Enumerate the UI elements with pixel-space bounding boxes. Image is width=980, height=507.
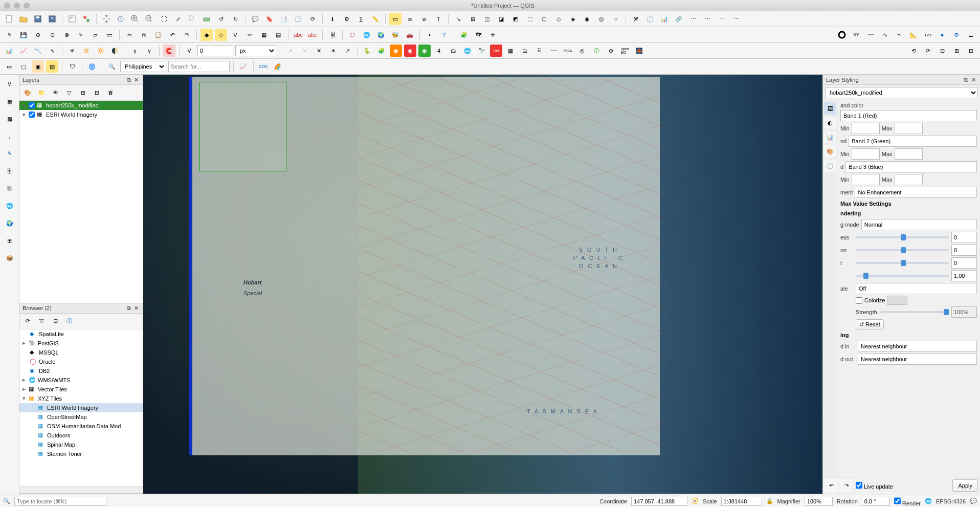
pan-button[interactable] [100,13,113,25]
plg2-icon[interactable]: 🗺 [472,29,484,41]
dig1-icon[interactable]: ◆ [201,29,213,41]
temporal-button[interactable]: 🕑 [292,13,304,25]
pca-icon[interactable]: PCA [562,45,574,57]
topo3-button[interactable]: ◩ [509,13,522,25]
render-checkbox[interactable] [894,496,901,505]
map-tips-button[interactable]: 💬 [249,13,261,25]
target-icon[interactable]: ⊕ [605,45,617,57]
browser-refresh-icon[interactable]: ⟳ [21,315,34,327]
geom1-icon[interactable]: ⟋ [284,45,296,57]
browser-tree[interactable]: ◆SpatiaLite ▸🐘PostGIS ◆MSSQL ◯Oracle ◉DB… [19,329,143,486]
undo-icon[interactable]: ↶ [166,29,179,41]
browser-item-esri[interactable]: ▦ESRI World Imagery [19,403,143,412]
hex-icon[interactable]: ⬡ [346,29,359,41]
layer-visibility-icon[interactable]: 👁 [49,86,61,99]
hist4-icon[interactable]: ∿ [46,45,58,57]
app-stack-icon[interactable]: 🗂 [447,45,459,57]
history-tab-icon[interactable]: 🕘 [824,160,836,172]
style-manager-button[interactable] [80,13,93,25]
globe1-icon[interactable]: 🌐 [361,29,373,41]
edit-pen-icon[interactable]: ✎ [3,29,15,41]
topo10-button[interactable]: ○ [610,13,622,25]
app-ref-icon[interactable]: Ref [490,45,502,57]
undock-icon[interactable]: ⧉ [125,304,132,312]
edit-save-icon[interactable]: 💾 [17,29,30,41]
openeo-icon[interactable]: openEO [619,45,631,57]
more4-button[interactable]: ⋯ [730,13,742,25]
vert-icon[interactable]: V [183,45,195,57]
layout-manager-button[interactable] [66,13,78,25]
raster3-icon[interactable]: 🔆 [95,45,107,57]
browser-item[interactable]: ◉DB2 [19,366,143,376]
more1-button[interactable]: ⋯ [687,13,699,25]
tb4-1-icon[interactable]: ▭ [3,60,15,73]
copy-icon[interactable]: ⎘ [138,29,150,41]
blue-circle-icon[interactable]: ● [936,29,948,41]
render-toggle[interactable]: Render [894,496,921,506]
snap-distance-input[interactable] [197,45,233,56]
curve2-icon[interactable]: ∿ [879,29,891,41]
refresh-button[interactable]: ⟳ [306,13,319,25]
zoom-layer-button[interactable] [201,13,213,25]
expand-arrow-icon[interactable]: ▾ [21,102,27,109]
symbology-tab-icon[interactable]: 🖼 [824,102,836,115]
curve1-icon[interactable]: 〰 [864,29,877,41]
layer-row-esri[interactable]: ▾ ▦ ESRI World Imagery [19,110,143,119]
search-icon[interactable]: 🔍 [106,60,118,73]
cut-icon[interactable]: ✂ [123,29,136,41]
browser-filter-icon[interactable]: ▽ [35,315,48,327]
globe3-icon[interactable]: 🌐 [461,45,474,57]
binoc-icon[interactable]: 🔭 [476,45,488,57]
blue-band-select[interactable]: Band 3 (Blue) [845,161,977,172]
label-off-icon[interactable]: abc [306,29,319,41]
browser-item[interactable]: ▦OSM Humanitarian Data Mod [19,422,143,431]
lock-icon[interactable]: 🔒 [766,498,773,504]
geom4-icon[interactable]: ✶ [327,45,339,57]
browser-item[interactable]: ▦Outdoors [19,431,143,440]
save-as-button[interactable]: * [46,13,58,25]
r4-icon[interactable]: ⊞ [950,45,963,57]
redo-styling-icon[interactable]: ↷ [840,479,853,492]
brightness-slider[interactable] [856,236,949,238]
zoom-in-button[interactable] [129,13,141,25]
magnifier-input[interactable] [805,497,833,506]
browser-item[interactable]: ▦Stamen Toner [19,449,143,458]
app-4-icon[interactable]: 4 [433,45,445,57]
red-band-select[interactable]: Band 1 (Red) [840,110,977,121]
crs-label[interactable]: EPSG:4326 [936,498,966,504]
undo-styling-icon[interactable]: ↶ [825,479,837,492]
layers-icon[interactable]: 🗂 [519,45,531,57]
browser-item-xyz[interactable]: ▾▦XYZ Tiles [19,394,143,403]
measure-button[interactable]: 📏 [369,13,382,25]
show-bookmarks-button[interactable]: 📑 [278,13,290,25]
model-button[interactable]: 🔗 [673,13,685,25]
browser-item[interactable]: ▸🐘PostGIS [19,339,143,348]
r5-icon[interactable]: ⊟ [965,45,977,57]
new-project-button[interactable] [3,13,15,25]
browser-props-icon[interactable]: ⓘ [63,315,75,327]
grid-icon[interactable]: ▦ [504,45,517,57]
app-red-icon[interactable]: ◉ [404,45,416,57]
xy-icon[interactable]: XY [850,29,862,41]
expand-arrow-icon[interactable]: ▾ [21,112,27,118]
crosshair-icon[interactable]: ✛ [486,29,499,41]
dig6-icon[interactable]: ▤ [272,29,284,41]
browser-scrollbar-h[interactable] [19,486,143,493]
saturation-slider[interactable] [856,249,949,251]
text-annotation-button[interactable]: T [432,13,444,25]
gamma2-icon[interactable]: γ [143,45,155,57]
chart-icon[interactable]: 📈 [237,60,250,73]
topo5-button[interactable]: ⬡ [538,13,550,25]
close-icon[interactable]: ✕ [132,304,140,312]
edit6-icon[interactable]: ⺀ [75,29,87,41]
browser-item[interactable]: ▦Spinal Map [19,440,143,449]
identify-button[interactable]: ℹ [326,13,339,25]
enhancement-select[interactable]: No Enhancement [855,187,977,198]
zoom-in-resample-select[interactable]: Nearest neighbour [858,341,977,352]
search-input[interactable] [168,61,230,72]
num123-icon[interactable]: 123 [922,29,934,41]
edc-icon[interactable]: EDC [257,60,270,73]
topo2-button[interactable]: ◪ [495,13,507,25]
swirl-icon[interactable]: 🌀 [86,60,98,73]
paste-icon[interactable]: 📋 [152,29,164,41]
